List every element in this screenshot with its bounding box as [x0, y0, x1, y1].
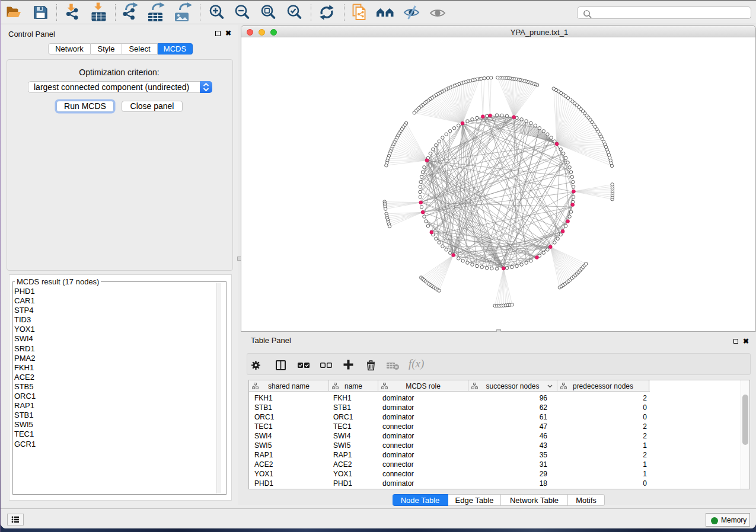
svg-text:f(x): f(x) [409, 357, 424, 370]
